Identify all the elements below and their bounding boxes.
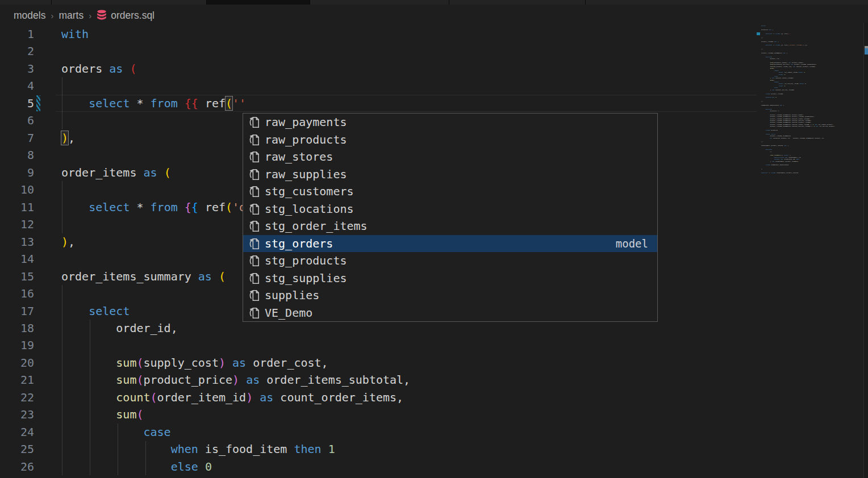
suggest-item-raw_stores[interactable]: raw_stores bbox=[243, 148, 657, 166]
line-number[interactable]: 24 bbox=[0, 424, 34, 441]
line-number[interactable]: 20 bbox=[0, 354, 34, 371]
code-line-25[interactable]: 25 when is_food_item then 1 bbox=[0, 441, 757, 458]
suggest-item-supplies[interactable]: supplies bbox=[243, 287, 657, 304]
code-line-19[interactable]: 19 bbox=[0, 337, 757, 354]
code-text: order_items_summary as ( bbox=[61, 268, 226, 285]
line-number[interactable]: 5 bbox=[0, 95, 34, 112]
line-number[interactable]: 14 bbox=[0, 250, 34, 267]
line-number[interactable]: 26 bbox=[0, 458, 34, 475]
snippet-file-icon bbox=[248, 237, 260, 250]
line-number[interactable]: 16 bbox=[0, 285, 34, 302]
tab-separator bbox=[585, 0, 586, 5]
code-text: sum(supply_cost) as order_cost, bbox=[61, 354, 328, 371]
line-number[interactable]: 3 bbox=[0, 60, 34, 77]
snippet-file-icon bbox=[248, 219, 260, 233]
line-number[interactable]: 21 bbox=[0, 371, 34, 388]
line-number[interactable]: 15 bbox=[0, 268, 34, 285]
line-number[interactable]: 23 bbox=[0, 406, 34, 423]
snippet-file-icon bbox=[248, 133, 260, 146]
code-text: select * from {{ ref('' bbox=[61, 95, 246, 112]
code-text: else 0 bbox=[61, 458, 212, 475]
suggest-item-stg_customers[interactable]: stg_customers bbox=[243, 183, 657, 200]
line-number[interactable]: 19 bbox=[0, 337, 34, 354]
code-text: sum( bbox=[61, 406, 144, 423]
minimap[interactable]: with orders as ( select * from {{ ref(''… bbox=[761, 25, 846, 190]
suggest-item-raw_supplies[interactable]: raw_supplies bbox=[243, 166, 657, 183]
snippet-file-icon bbox=[248, 306, 260, 320]
line-number[interactable]: 22 bbox=[0, 389, 34, 406]
chevron-right-icon: › bbox=[89, 11, 91, 20]
code-text: order_items as ( bbox=[61, 164, 171, 181]
suggest-item-detail: model bbox=[616, 237, 648, 250]
breadcrumb-item-models[interactable]: models bbox=[14, 10, 45, 22]
line-number[interactable]: 18 bbox=[0, 320, 34, 337]
suggest-item-stg_locations[interactable]: stg_locations bbox=[243, 200, 657, 218]
suggest-item-label: raw_supplies bbox=[265, 167, 347, 181]
minimap-code: with orders as ( select * from {{ ref(''… bbox=[761, 25, 775, 174]
code-line-2[interactable]: 2 bbox=[0, 43, 757, 60]
code-text: orders as ( bbox=[61, 60, 136, 77]
breadcrumb-item-marts[interactable]: marts bbox=[59, 10, 84, 22]
vscode-editor-window: models › marts › orders.sql 1with23order… bbox=[0, 0, 868, 478]
minimap-modified-marker bbox=[757, 32, 760, 35]
tab-separator bbox=[51, 0, 52, 5]
chevron-right-icon: › bbox=[51, 11, 53, 20]
snippet-file-icon bbox=[248, 185, 260, 198]
code-text: when is_food_item then 1 bbox=[61, 441, 335, 458]
suggest-item-VE_Demo[interactable]: VE_Demo bbox=[243, 304, 657, 322]
suggest-widget[interactable]: raw_paymentsraw_productsraw_storesraw_su… bbox=[243, 113, 658, 322]
code-line-18[interactable]: 18 order_id, bbox=[0, 320, 757, 337]
line-number[interactable]: 17 bbox=[0, 303, 34, 320]
code-line-24[interactable]: 24 case bbox=[0, 424, 757, 441]
suggest-item-label: stg_orders bbox=[265, 237, 333, 250]
editor-tabs-strip[interactable] bbox=[0, 0, 868, 5]
line-number[interactable]: 1 bbox=[0, 26, 34, 43]
suggest-item-label: raw_stores bbox=[265, 150, 333, 163]
line-number[interactable]: 6 bbox=[0, 112, 34, 129]
suggest-item-stg_order_items[interactable]: stg_order_items bbox=[243, 217, 657, 235]
code-line-4[interactable]: 4 bbox=[0, 77, 757, 94]
line-number[interactable]: 9 bbox=[0, 164, 34, 181]
suggest-item-label: stg_order_items bbox=[265, 219, 368, 233]
code-line-1[interactable]: 1with bbox=[0, 26, 757, 43]
code-text: order_id, bbox=[61, 320, 178, 337]
line-number[interactable]: 13 bbox=[0, 233, 34, 250]
code-line-21[interactable]: 21 sum(product_price) as order_items_sub… bbox=[0, 371, 757, 388]
suggest-item-raw_payments[interactable]: raw_payments bbox=[243, 114, 657, 131]
line-number[interactable]: 2 bbox=[0, 43, 34, 60]
line-number[interactable]: 8 bbox=[0, 146, 34, 163]
line-number[interactable]: 11 bbox=[0, 199, 34, 216]
code-line-22[interactable]: 22 count(order_item_id) as count_order_i… bbox=[0, 389, 757, 406]
code-line-20[interactable]: 20 sum(supply_cost) as order_cost, bbox=[0, 354, 757, 371]
suggest-item-stg_products[interactable]: stg_products bbox=[243, 252, 657, 270]
suggest-item-stg_orders[interactable]: stg_ordersmodel bbox=[243, 235, 657, 253]
code-text: ), bbox=[61, 233, 75, 250]
overview-ruler[interactable] bbox=[863, 23, 868, 478]
line-number[interactable]: 12 bbox=[0, 216, 34, 233]
snippet-file-icon bbox=[248, 288, 260, 302]
code-line-23[interactable]: 23 sum( bbox=[0, 406, 757, 423]
tab-separator bbox=[206, 0, 207, 5]
code-line-26[interactable]: 26 else 0 bbox=[0, 458, 757, 475]
snippet-file-icon bbox=[248, 271, 260, 285]
line-number[interactable]: 10 bbox=[0, 181, 34, 198]
overview-ruler-mark bbox=[865, 48, 868, 54]
line-number[interactable]: 7 bbox=[0, 129, 34, 146]
line-number[interactable]: 25 bbox=[0, 441, 34, 458]
suggest-item-raw_products[interactable]: raw_products bbox=[243, 131, 657, 149]
breadcrumb-item-file[interactable]: orders.sql bbox=[111, 10, 155, 22]
active-tab[interactable] bbox=[206, 0, 310, 5]
code-line-3[interactable]: 3orders as ( bbox=[0, 60, 757, 77]
suggest-item-label: stg_supplies bbox=[265, 271, 347, 285]
code-line-5[interactable]: 5 select * from {{ ref('' bbox=[0, 95, 757, 112]
snippet-file-icon bbox=[248, 150, 260, 163]
suggest-item-stg_supplies[interactable]: stg_supplies bbox=[243, 270, 657, 287]
suggest-item-label: raw_products bbox=[265, 133, 347, 146]
suggest-item-label: stg_products bbox=[265, 254, 347, 267]
line-number[interactable]: 4 bbox=[0, 77, 34, 94]
snippet-file-icon bbox=[248, 167, 260, 181]
code-text: sum(product_price) as order_items_subtot… bbox=[61, 371, 410, 388]
suggest-item-label: stg_locations bbox=[265, 202, 354, 216]
tab-separator bbox=[449, 0, 449, 5]
snippet-file-icon bbox=[248, 115, 260, 129]
